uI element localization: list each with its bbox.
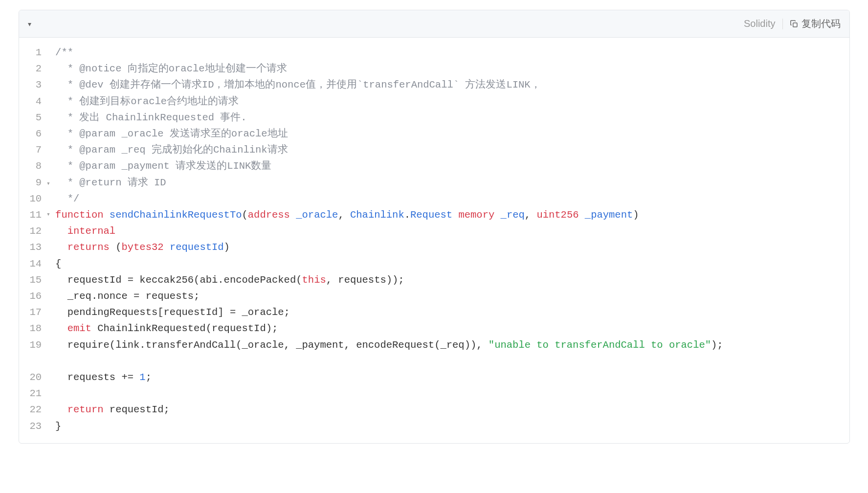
line-number: 9: [30, 175, 42, 191]
fold-spacer: [46, 271, 55, 281]
code-line: * @param _payment 请求发送的LINK数量: [55, 158, 840, 174]
code-line: returns (bytes32 requestId): [55, 239, 840, 255]
code-line: _req.nonce = requests;: [55, 288, 840, 304]
line-number: 3: [30, 77, 42, 93]
fold-spacer: [46, 220, 55, 230]
line-number: 11: [30, 207, 42, 223]
line-number: 7: [30, 142, 42, 158]
copy-code-button[interactable]: 复制代码: [790, 17, 841, 30]
code-line: }: [55, 418, 840, 434]
code-line: requestId = keccak256(abi.encodePacked(t…: [55, 272, 840, 288]
code-line: internal: [55, 223, 840, 239]
fold-spacer: [46, 65, 55, 75]
line-number: 10: [30, 191, 42, 207]
code-line: * @dev 创建并存储一个请求ID，增加本地的nonce值，并使用`trans…: [55, 77, 840, 93]
svg-rect-0: [793, 22, 797, 26]
code-line: emit ChainlinkRequested(requestId);: [55, 320, 840, 336]
code-line: * @notice 向指定的oracle地址创建一个请求: [55, 61, 840, 77]
fold-spacer: [46, 106, 55, 116]
code-line: /**: [55, 45, 840, 61]
fold-spacer: [46, 96, 55, 106]
fold-spacer: [46, 261, 55, 271]
copy-icon: [790, 20, 799, 28]
fold-spacer: [46, 116, 55, 127]
line-number: 1: [30, 45, 42, 61]
fold-spacer: [46, 86, 55, 96]
line-number: 21: [30, 385, 42, 402]
fold-spacer: [46, 158, 55, 168]
code-line: * @param _req 完成初始化的Chainlink请求: [55, 142, 840, 158]
fold-spacer: [46, 45, 55, 55]
copy-code-label: 复制代码: [801, 17, 841, 30]
fold-spacer: [46, 189, 55, 199]
vertical-divider: [782, 19, 783, 29]
line-number: 14: [30, 256, 42, 272]
code-line: function sendChainlinkRequestTo(address …: [55, 207, 840, 223]
code-line: pendingRequests[requestId] = _oracle;: [55, 304, 840, 320]
line-number: 20: [30, 369, 42, 385]
line-number: 19: [30, 337, 42, 353]
language-label: Solidity: [744, 18, 775, 29]
line-number: 6: [30, 126, 42, 142]
line-number: 5: [30, 110, 42, 126]
fold-caret-icon[interactable]: ▾: [46, 179, 55, 189]
header-right: Solidity 复制代码: [744, 17, 840, 30]
code-line: require(link.transferAndCall(_oracle, _p…: [55, 337, 840, 369]
code-line: * @return 请求 ID: [55, 175, 840, 191]
line-number: 18: [30, 320, 42, 336]
fold-spacer: [46, 137, 55, 147]
fold-spacer: [46, 127, 55, 137]
line-number: 23: [30, 418, 42, 434]
code-line: * 发出 ChainlinkRequested 事件.: [55, 110, 840, 126]
fold-spacer: [46, 168, 55, 179]
code-line: return requestId;: [55, 402, 840, 418]
code-line: requests += 1;: [55, 369, 840, 385]
line-number: 22: [30, 402, 42, 418]
fold-spacer: [46, 199, 55, 209]
code-line: [55, 385, 840, 402]
line-number: 8: [30, 158, 42, 174]
fold-spacer: [46, 250, 55, 261]
code-block: ▾ Solidity 复制代码 123456789101112131415161…: [19, 10, 850, 444]
code-line: * @param _oracle 发送请求至的oracle地址: [55, 126, 840, 142]
fold-caret-icon[interactable]: ▾: [46, 209, 55, 220]
code-header: ▾ Solidity 复制代码: [19, 10, 849, 38]
line-number: 17: [30, 304, 42, 320]
code-line: * 创建到目标oracle合约地址的请求: [55, 93, 840, 110]
code-line: {: [55, 256, 840, 272]
line-number: 12: [30, 223, 42, 239]
fold-spacer: [46, 55, 55, 65]
line-number: 13: [30, 239, 42, 255]
header-left: ▾: [28, 20, 31, 28]
code-body: 12345678910111213141516171819 20212223 ▾…: [19, 38, 849, 443]
fold-spacer: [46, 147, 55, 157]
fold-spacer: [46, 281, 55, 291]
fold-spacer: [46, 75, 55, 86]
code-line: */: [55, 191, 840, 207]
line-number: 4: [30, 93, 42, 110]
line-number: 16: [30, 288, 42, 304]
fold-spacer: [46, 230, 55, 240]
fold-column: ▾▾: [46, 45, 55, 434]
code-content[interactable]: /** * @notice 向指定的oracle地址创建一个请求 * @dev …: [55, 45, 849, 434]
collapse-caret-icon[interactable]: ▾: [28, 20, 31, 28]
line-number: 2: [30, 61, 42, 77]
line-number-gutter: 12345678910111213141516171819 20212223: [19, 45, 47, 434]
line-number: 15: [30, 272, 42, 288]
